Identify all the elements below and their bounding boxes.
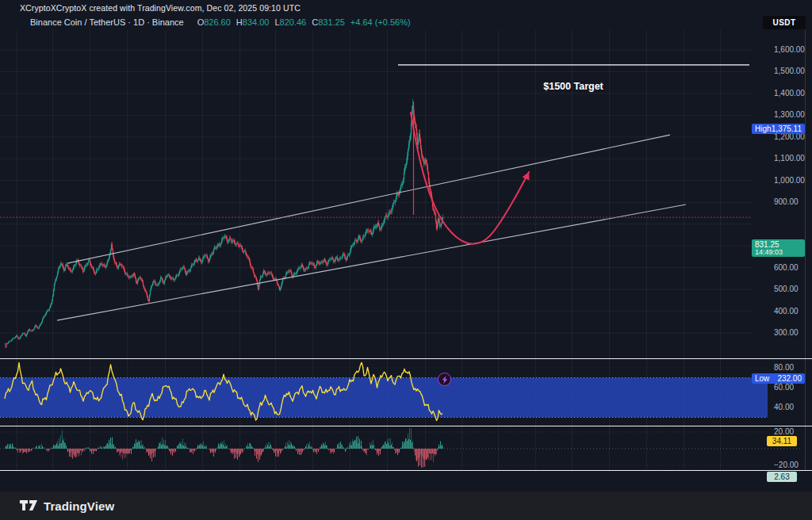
- axis-tick-label: 600.00: [774, 263, 799, 273]
- high-value: 834.00: [243, 17, 270, 27]
- tradingview-snapshot: XCryptoXCryptoX created with TradingView…: [0, 0, 812, 520]
- axis-tick-label: 500.00: [774, 285, 799, 294]
- tradingview-logo-icon: [19, 499, 38, 512]
- axis-tick-label: 1,600.00: [774, 45, 805, 55]
- axis-tick-label: 400.00: [774, 307, 799, 316]
- low-price-badge: Low 232.00: [752, 373, 805, 384]
- symbol-header: Binance Coin / TetherUS · 1D · BinanceO8…: [30, 17, 411, 29]
- candlestick-series: [6, 99, 443, 348]
- symbol-title: Binance Coin / TetherUS · 1D · Binance: [30, 17, 184, 27]
- chart-area[interactable]: 1,600.001,500.001,400.001,300.001,200.00…: [0, 30, 812, 491]
- top-bar: XCryptoXCryptoX created with TradingView…: [0, 0, 812, 15]
- axis-tick-label: 1,300.00: [774, 110, 805, 120]
- lightning-bolt-icon: [442, 376, 448, 384]
- open-label: O: [197, 17, 205, 27]
- axis-tick-label: −20.00: [774, 461, 799, 470]
- lightning-marker-icon[interactable]: [438, 373, 451, 386]
- high-price-badge: High 1,375.11: [752, 124, 805, 134]
- axis-tick-label: 300.00: [774, 328, 799, 338]
- axis-tick-label: 40.00: [774, 403, 794, 412]
- rsi-band: [0, 368, 768, 418]
- chart-canvas: [0, 30, 812, 491]
- high-label: H: [236, 17, 243, 27]
- axis-tick-label: 900.00: [774, 197, 799, 207]
- bar-countdown: 14:49:03: [755, 249, 783, 256]
- axis-tick-label: 1,400.00: [774, 89, 805, 98]
- tradingview-logo[interactable]: TradingView: [19, 499, 114, 513]
- histogram-value-badge: 2.63: [767, 472, 797, 482]
- axis-tick-label: 80.00: [774, 363, 794, 373]
- drawing-annotations: [0, 65, 752, 320]
- axis-tick-label: 1,100.00: [774, 154, 805, 163]
- change-value: +4.64 (+0.56%): [350, 17, 411, 27]
- low-value: 820.46: [280, 17, 307, 27]
- target-annotation-label: $1500 Target: [494, 81, 653, 92]
- last-price-badge: 831.25 14:49:03: [752, 239, 805, 257]
- attribution-text: XCryptoXCryptoX created with TradingView…: [20, 3, 301, 13]
- axis-tick-label: 1,500.00: [774, 67, 805, 76]
- close-label: C: [312, 17, 318, 27]
- axis-tick-label: 60.00: [774, 383, 794, 392]
- high-badge-label: High: [755, 124, 772, 134]
- axis-tick-label: 1,000.00: [774, 176, 805, 185]
- footer-bar: TradingView: [0, 491, 812, 520]
- close-value: 831.25: [318, 17, 345, 27]
- tradingview-brand-text: TradingView: [44, 499, 114, 513]
- low-badge-label: Low: [755, 373, 769, 384]
- open-value: 826.60: [204, 17, 231, 27]
- high-badge-value: 1,375.11: [772, 124, 802, 134]
- low-badge-value: 232.00: [777, 373, 802, 384]
- currency-toggle-button[interactable]: USDT: [763, 16, 806, 29]
- rsi-value-badge: 34.11: [767, 436, 797, 446]
- macd-histogram: [6, 428, 443, 468]
